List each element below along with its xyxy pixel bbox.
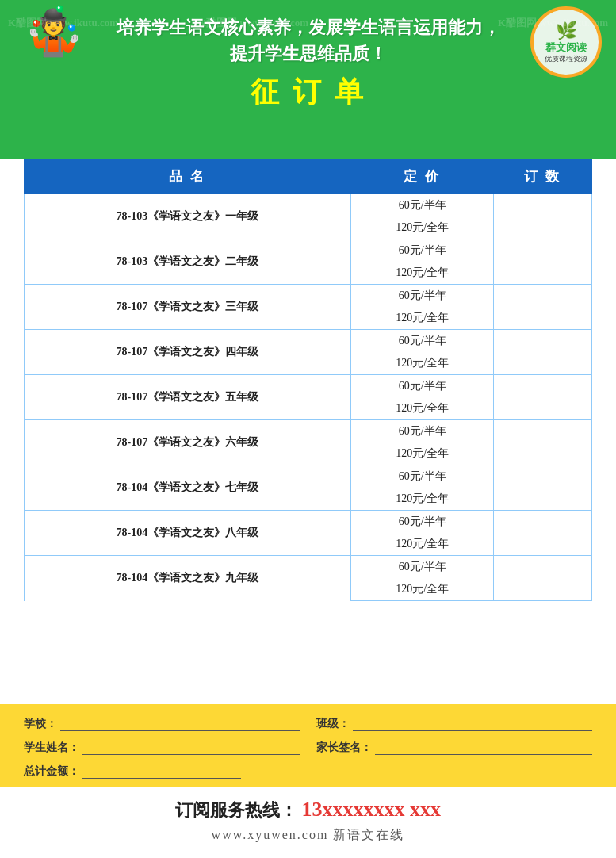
school-field: 学校： xyxy=(24,717,300,731)
product-name: 78-104《学语文之友》七年级 xyxy=(25,465,351,511)
price-half-year: 60元/半年 xyxy=(350,556,493,579)
hotline-label: 订阅服务热线： xyxy=(175,800,297,820)
school-input-line xyxy=(60,717,300,731)
price-full-year: 120元/全年 xyxy=(350,352,493,375)
price-full-year: 120元/全年 xyxy=(350,262,493,285)
qty-half-year xyxy=(494,285,592,308)
logo-brand: 群文阅读 xyxy=(545,41,587,55)
price-half-year: 60元/半年 xyxy=(350,375,493,398)
form-row-2: 学生姓名： 家长签名： xyxy=(24,741,592,755)
total-label: 总计金额： xyxy=(24,764,79,779)
product-name: 78-107《学语文之友》六年级 xyxy=(25,420,351,465)
qty-half-year xyxy=(494,420,592,443)
product-name: 78-104《学语文之友》九年级 xyxy=(25,556,351,601)
jester-icon: 🤹 xyxy=(24,8,103,56)
price-full-year: 120元/全年 xyxy=(350,397,493,420)
slogan: 培养学生语文核心素养，发展学生语言运用能力， 提升学生思维品质！ xyxy=(16,14,600,67)
parent-field: 家长签名： xyxy=(316,741,593,755)
website-row: www.xyuwen.com 新语文在线 xyxy=(24,827,592,844)
student-field: 学生姓名： xyxy=(24,741,300,755)
price-full-year: 120元/全年 xyxy=(350,442,493,465)
student-input-line xyxy=(82,741,300,755)
table-row: 78-107《学语文之友》五年级60元/半年 xyxy=(25,375,592,398)
total-row: 总计金额： xyxy=(24,764,592,779)
qty-half-year xyxy=(494,375,592,398)
product-name: 78-103《学语文之友》一年级 xyxy=(25,194,351,239)
page-title: 征 订 单 xyxy=(16,73,600,112)
price-half-year: 60元/半年 xyxy=(350,194,493,217)
qty-full-year xyxy=(494,397,592,420)
total-input-line xyxy=(82,764,241,779)
table-row: 78-104《学语文之友》七年级60元/半年 xyxy=(25,465,592,488)
product-name: 78-107《学语文之友》四年级 xyxy=(25,330,351,375)
table-header-row: 品 名 定 价 订 数 xyxy=(25,159,592,194)
price-half-year: 60元/半年 xyxy=(350,330,493,353)
product-name: 78-103《学语文之友》二年级 xyxy=(25,239,351,285)
form-row-1: 学校： 班级： xyxy=(24,717,592,731)
table-row: 78-103《学语文之友》一年级60元/半年 xyxy=(25,194,592,217)
hotline-row: 订阅服务热线： 13xxxxxxxx xxx xyxy=(24,798,592,822)
col-header-price: 定 价 xyxy=(350,159,493,194)
qty-half-year xyxy=(494,239,592,262)
price-half-year: 60元/半年 xyxy=(350,465,493,488)
jester-decoration: 🤹 xyxy=(24,8,103,87)
parent-input-line xyxy=(375,741,593,755)
col-header-quantity: 订 数 xyxy=(494,159,592,194)
qty-half-year xyxy=(494,556,592,579)
order-table: 品 名 定 价 订 数 78-103《学语文之友》一年级60元/半年120元/全… xyxy=(24,159,592,601)
table-section: 品 名 定 价 订 数 78-103《学语文之友》一年级60元/半年120元/全… xyxy=(0,159,616,704)
price-half-year: 60元/半年 xyxy=(350,285,493,308)
price-full-year: 120元/全年 xyxy=(350,216,493,239)
qty-half-year xyxy=(494,511,592,534)
student-label: 学生姓名： xyxy=(24,741,79,755)
product-name: 78-104《学语文之友》八年级 xyxy=(25,511,351,556)
qty-full-year xyxy=(494,307,592,330)
col-header-product: 品 名 xyxy=(25,159,351,194)
product-name: 78-107《学语文之友》三年级 xyxy=(25,285,351,330)
qty-full-year xyxy=(494,216,592,239)
logo-badge: 🌿 群文阅读 优质课程资源 xyxy=(530,6,602,78)
table-row: 78-107《学语文之友》三年级60元/半年 xyxy=(25,285,592,308)
qty-full-year xyxy=(494,533,592,556)
qty-full-year xyxy=(494,442,592,465)
qty-half-year xyxy=(494,465,592,488)
bottom-section: 学校： 班级： 学生姓名： 家长签名： 总计金额： xyxy=(0,704,616,787)
qty-full-year xyxy=(494,488,592,511)
qty-half-year xyxy=(494,330,592,353)
school-label: 学校： xyxy=(24,717,57,731)
product-name: 78-107《学语文之友》五年级 xyxy=(25,375,351,420)
table-row: 78-104《学语文之友》九年级60元/半年 xyxy=(25,556,592,579)
class-label: 班级： xyxy=(316,717,350,731)
class-field: 班级： xyxy=(316,717,593,731)
table-row: 78-103《学语文之友》二年级60元/半年 xyxy=(25,239,592,262)
hotline-number: 13xxxxxxxx xxx xyxy=(302,798,442,821)
top-section: 🤹 🌿 群文阅读 优质课程资源 培养学生语文核心素养，发展学生语言运用能力， 提… xyxy=(0,0,616,159)
price-full-year: 120元/全年 xyxy=(350,307,493,330)
table-row: 78-107《学语文之友》四年级60元/半年 xyxy=(25,330,592,353)
qty-full-year xyxy=(494,352,592,375)
price-full-year: 120元/全年 xyxy=(350,533,493,556)
table-row: 78-107《学语文之友》六年级60元/半年 xyxy=(25,420,592,443)
price-half-year: 60元/半年 xyxy=(350,511,493,534)
price-full-year: 120元/全年 xyxy=(350,488,493,511)
price-half-year: 60元/半年 xyxy=(350,420,493,443)
price-full-year: 120元/全年 xyxy=(350,578,493,601)
table-row: 78-104《学语文之友》八年级60元/半年 xyxy=(25,511,592,534)
logo-sub: 优质课程资源 xyxy=(545,55,587,64)
qty-full-year xyxy=(494,262,592,285)
logo-leaf-icon: 🌿 xyxy=(556,21,577,41)
qty-half-year xyxy=(494,194,592,217)
class-input-line xyxy=(353,717,593,731)
parent-label: 家长签名： xyxy=(316,741,372,755)
footer-section: 订阅服务热线： 13xxxxxxxx xxx www.xyuwen.com 新语… xyxy=(0,787,616,858)
qty-full-year xyxy=(494,578,592,601)
price-half-year: 60元/半年 xyxy=(350,239,493,262)
page: 🤹 🌿 群文阅读 优质课程资源 培养学生语文核心素养，发展学生语言运用能力， 提… xyxy=(0,0,616,858)
